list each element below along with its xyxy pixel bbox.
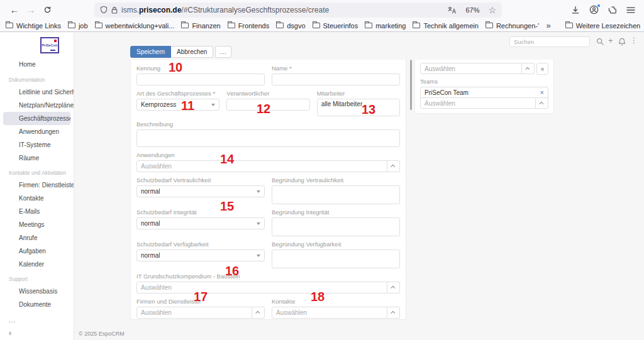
account-icon[interactable] [589,5,599,14]
bookmark-label: dsgvo [287,22,305,30]
assigned-user-input[interactable]: Auswählen [420,63,522,74]
bookmark-folder[interactable]: marketing [365,22,406,30]
chevron-down-icon [211,104,215,106]
lock-icon[interactable] [111,6,118,14]
back-icon[interactable]: ← [6,3,23,18]
annotation-number: 17 [194,290,208,303]
begruendung-verfuegbarkeit-textarea[interactable] [272,250,400,268]
copyright-link[interactable]: © 2025 EspoCRM [79,331,125,337]
teams-input[interactable]: Auswählen [420,97,536,109]
reload-icon[interactable] [39,3,55,18]
translate-icon[interactable] [448,6,457,14]
sidebar-item-raeume[interactable]: Räume [0,151,74,165]
more-actions-button[interactable]: ... [215,46,231,58]
other-bookmarks-folder[interactable]: Weitere Lesezeichen [565,22,641,30]
sidebar-item-it-systeme[interactable]: IT-Systeme [0,138,74,151]
bookmark-label: Steuerinfos [323,22,358,30]
team-remove-icon[interactable]: × [540,89,544,96]
bookmark-label: Frontends [238,22,270,30]
bookmark-folder[interactable]: webentwicklung+vali... [95,22,175,30]
save-button[interactable]: Speichern [130,46,171,58]
firmen-input[interactable]: Auswählen [136,307,252,319]
annotation-number: 11 [181,99,194,112]
folder-icon [565,23,573,28]
mitarbeiter-field[interactable]: alle Mitarbeiter [317,99,400,116]
record-form-panel: Kennung Name * Art des Geschäftsprozesse… [130,60,406,320]
bookmark-folder[interactable]: job [68,22,88,30]
schutzbedarf-verfuegbarkeit-select[interactable]: normal [136,250,265,261]
sidebar-collapse-icon[interactable]: ‹ [9,328,11,337]
annotation-number: 15 [220,200,234,212]
name-input[interactable] [272,74,400,85]
sidebar-item-dokumente[interactable]: Dokumente [0,298,74,311]
assignment-side-panel: Auswählen × Teams PriSeCon Team × Auswäh… [414,60,554,114]
bookmark-star-icon[interactable]: ☆ [488,6,496,14]
anwendungen-input[interactable]: Auswählen [136,160,387,172]
annotation-number: 12 [257,102,270,115]
firmen-select-button[interactable] [252,307,265,319]
sidebar-item-aufgaben[interactable]: Aufgaben [0,244,74,258]
shield-icon[interactable] [100,6,108,14]
extensions-icon[interactable] [608,6,617,14]
bookmarks-overflow-icon[interactable]: » [546,21,550,30]
begruendung-integritaet-textarea[interactable] [272,217,400,236]
main-content: Suchen + ⋮ Speichern Abbrechen ... Kennu… [74,33,644,340]
annotation-number: 14 [220,153,234,165]
sidebar-item-wissensbasis[interactable]: Wissensbasis [0,285,74,298]
sidebar-item-geschaeftsprozesse[interactable]: Geschäftsprozesse [3,112,70,125]
cancel-button[interactable]: Abbrechen [171,46,213,58]
grundschutz-input[interactable]: Auswählen [136,282,387,293]
sidebar-item-netzplan[interactable]: Netzplan/Netzpläne [0,99,74,112]
scrollbar[interactable] [410,60,412,110]
sidebar-item-home[interactable]: Home [0,57,74,72]
search-icon[interactable] [596,38,604,45]
bookmark-folder[interactable]: Frontends [228,22,270,30]
header-menu-kebab-icon[interactable]: ⋮ [630,36,638,45]
sidebar-item-kontakte[interactable]: Kontakte [0,192,74,205]
sidebar-item-emails[interactable]: E-Mails [0,205,74,218]
beschreibung-textarea[interactable] [136,129,400,147]
kennung-input[interactable] [136,74,265,85]
bookmark-folder[interactable]: Technik allgemein [413,22,478,30]
assigned-user-select-button[interactable] [522,63,535,74]
bookmark-folder[interactable]: dsgvo [276,22,305,30]
url-bar[interactable]: isms.prisecon.de/#CStrukturanalyseGeschf… [94,3,502,18]
schutzbedarf-integritaet-select[interactable]: normal [136,217,265,229]
sidebar-item-anwendungen[interactable]: Anwendungen [0,125,74,138]
sidebar-item-anrufe[interactable]: Anrufe [0,231,74,244]
search-input[interactable]: Suchen [509,36,590,47]
chevron-down-icon [257,255,260,257]
assigned-user-clear-button[interactable]: × [536,63,548,75]
bookmark-folder[interactable]: Wichtige Links [6,22,61,30]
forward-icon[interactable]: → [23,3,39,18]
sidebar-item-meetings[interactable]: Meetings [0,218,74,231]
team-name: PriSeCon Team [425,89,469,96]
begruendung-vertraulichkeit-textarea[interactable] [272,185,400,204]
quick-create-icon[interactable]: + [608,36,613,45]
bookmark-folder[interactable]: Finanzen [181,22,220,30]
begruendung-vertraulichkeit-label: Begründung Vertraulichkeit [272,177,400,184]
teams-select-button[interactable] [536,97,548,109]
kontakte-input[interactable]: Auswählen [272,307,387,319]
menu-icon[interactable] [626,6,635,14]
bookmark-folder[interactable]: Steuerinfos [313,22,358,30]
sidebar-item-firmen[interactable]: Firmen: Dienstleister ... [0,178,74,192]
logo-text: PriSeCon [42,43,58,47]
notifications-bell-icon[interactable] [618,38,626,46]
kontakte-select-button[interactable] [387,307,400,319]
anwendungen-select-button[interactable] [387,160,400,172]
folder-icon [228,23,235,28]
sidebar-item-leitlinie[interactable]: Leitlinie und Sicherhe... [0,85,74,99]
bookmark-label: job [79,22,88,30]
record-toolbar: Speichern Abbrechen ... [130,46,231,58]
bookmark-folder[interactable]: Rechnungen-ʼ [486,22,540,30]
zoom-level-button[interactable]: 67% [463,5,482,15]
sidebar-more-button[interactable]: ... [0,311,74,324]
schutzbedarf-vertraulichkeit-select[interactable]: normal [136,185,265,197]
sidebar-item-kalender[interactable]: Kalender [0,258,74,271]
app-logo[interactable]: PriSeCon [40,37,59,53]
grundschutz-select-button[interactable] [387,282,400,293]
schutzbedarf-integritaet-label: Schutzbedarf Integrität [136,209,265,216]
art-select[interactable]: Kernprozess [136,99,219,111]
download-icon[interactable] [571,6,580,14]
